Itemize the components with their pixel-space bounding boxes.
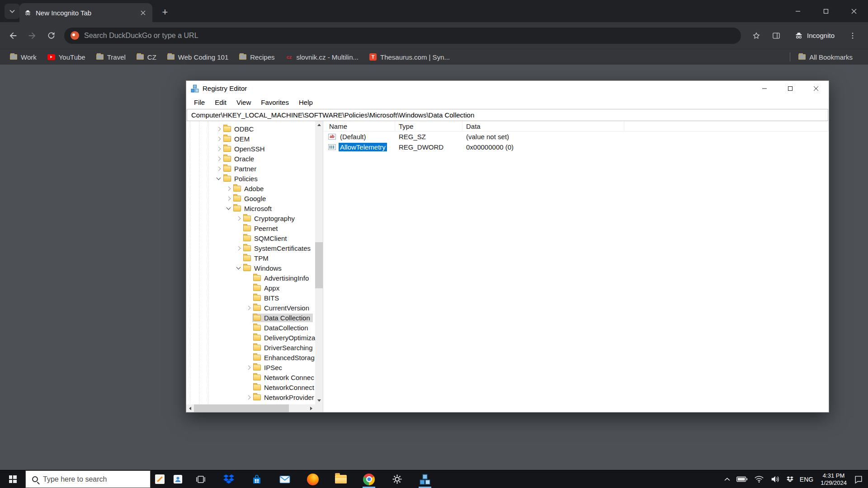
pinned-app-people[interactable] [169,470,187,488]
tree-item-tpm[interactable]: TPM [186,253,315,263]
action-center-button[interactable] [851,470,866,488]
tree-item-networkprovider[interactable]: NetworkProvider [186,392,315,402]
taskbar-app-dropbox[interactable] [215,470,243,488]
regedit-title-bar[interactable]: Registry Editor [186,81,829,96]
tree-item-microsoft[interactable]: Microsoft [186,203,315,213]
browser-close-button[interactable] [840,0,868,22]
horizontal-scroll-thumb[interactable] [194,404,289,412]
url-bar[interactable]: Search DuckDuckGo or type a URL [64,28,741,44]
forward-button[interactable] [23,26,42,45]
chevron-right-icon[interactable] [225,185,232,192]
column-header-name[interactable]: Name [324,121,395,131]
tray-network[interactable] [751,470,767,488]
tree-item-networkconnect[interactable]: NetworkConnect [186,382,315,392]
new-tab-button[interactable]: + [158,5,172,19]
scroll-down-arrow[interactable] [315,397,323,404]
chevron-right-icon[interactable] [245,394,252,401]
start-button[interactable] [0,470,25,488]
tree-horizontal-scrollbar[interactable] [186,404,315,412]
bookmark-star-button[interactable] [747,27,765,45]
tray-volume[interactable] [767,470,783,488]
bookmark-item[interactable]: Work [7,52,39,62]
taskbar-app-file-explorer[interactable] [327,470,355,488]
taskbar-app-regedit[interactable] [411,470,439,488]
tree-item-odbc[interactable]: ODBC [186,124,315,134]
all-bookmarks-button[interactable]: All Bookmarks [796,52,855,62]
tree-item-deliveryoptimiza[interactable]: DeliveryOptimiza [186,333,315,343]
scroll-up-arrow[interactable] [315,121,323,129]
regedit-minimize-button[interactable] [751,81,777,96]
tree-item-openssh[interactable]: OpenSSH [186,144,315,154]
registry-value-allowtelemetry[interactable]: AllowTelemetryREG_DWORD0x00000000 (0) [324,142,829,152]
tree-item-adobe[interactable]: Adobe [186,183,315,193]
taskbar-app-store[interactable] [243,470,271,488]
browser-menu-button[interactable] [844,27,862,45]
tree-item-cryptography[interactable]: Cryptography [186,213,315,223]
tree-item-ipsec[interactable]: IPSec [186,362,315,372]
tree-item-driversearching[interactable]: DriverSearching [186,343,315,352]
bookmark-item[interactable]: czslovnik.cz - Multilin... [283,52,361,62]
tree-item-policies[interactable]: Policies [186,174,315,183]
tree-item-windows[interactable]: Windows [186,263,315,273]
taskbar-app-mail[interactable] [271,470,299,488]
tree-item-bits[interactable]: BITS [186,293,315,303]
registry-address-bar[interactable]: Computer\HKEY_LOCAL_MACHINE\SOFTWARE\Pol… [187,109,828,121]
pinned-app-sticky-notes[interactable] [151,470,169,488]
menu-edit[interactable]: Edit [210,96,231,109]
tree-item-enhancedstorag[interactable]: EnhancedStorag [186,352,315,362]
tray-battery[interactable] [733,470,751,488]
menu-help[interactable]: Help [294,96,318,109]
regedit-close-button[interactable] [803,81,829,96]
tree-item-oem[interactable]: OEM [186,134,315,144]
reload-button[interactable] [42,26,61,45]
chevron-down-icon[interactable] [215,175,222,182]
chevron-right-icon[interactable] [215,145,222,152]
chevron-down-icon[interactable] [225,205,232,212]
chevron-right-icon[interactable] [245,364,252,371]
menu-favorites[interactable]: Favorites [256,96,294,109]
bookmark-item[interactable]: YouTube [45,52,88,62]
tree-item-partner[interactable]: Partner [186,164,315,174]
chevron-right-icon[interactable] [215,125,222,132]
tree-item-google[interactable]: Google [186,193,315,203]
column-header-data[interactable]: Data [462,121,624,131]
bookmark-item[interactable]: TThesaurus.com | Syn... [367,52,453,62]
chevron-right-icon[interactable] [215,165,222,172]
tray-language[interactable]: ENG [797,470,816,488]
scroll-right-arrow[interactable] [307,404,315,412]
tree-item-network-connec[interactable]: Network Connec [186,372,315,382]
task-view-button[interactable] [187,470,215,488]
chevron-right-icon[interactable] [215,135,222,142]
chevron-right-icon[interactable] [215,155,222,162]
vertical-scroll-thumb[interactable] [315,242,323,288]
bookmark-item[interactable]: CZ [134,52,159,62]
side-panel-button[interactable] [767,27,785,45]
tree-item-currentversion[interactable]: CurrentVersion [186,303,315,313]
bookmark-item[interactable]: Recipes [236,52,277,62]
registry-value--default-[interactable]: (Default)REG_SZ(value not set) [324,131,829,142]
taskbar-app-settings[interactable] [383,470,411,488]
tree-item-appx[interactable]: Appx [186,283,315,293]
chevron-right-icon[interactable] [225,195,232,202]
tree-vertical-scrollbar[interactable] [315,121,323,404]
taskbar-app-firefox[interactable] [299,470,327,488]
tree-item-sqmclient[interactable]: SQMClient [186,233,315,243]
column-header-type[interactable]: Type [395,121,462,131]
chevron-right-icon[interactable] [235,215,242,222]
chevron-right-icon[interactable] [245,304,252,311]
bookmark-item[interactable]: Travel [94,52,128,62]
browser-minimize-button[interactable] [784,0,812,22]
chevron-right-icon[interactable] [235,244,242,252]
tree-item-advertisinginfo[interactable]: AdvertisingInfo [186,273,315,283]
tab-close-icon[interactable] [138,8,148,18]
tree-item-peernet[interactable]: Peernet [186,223,315,233]
taskbar-app-chrome[interactable] [355,470,383,488]
browser-tab[interactable]: New Incognito Tab [19,3,152,22]
back-button[interactable] [4,26,23,45]
tray-clock[interactable]: 4:31 PM 1/29/2024 [816,472,851,487]
bookmark-item[interactable]: Web Coding 101 [165,52,231,62]
tree-item-datacollection[interactable]: DataCollection [186,323,315,333]
tab-search-button[interactable] [5,4,20,19]
tree-item-data-collection[interactable]: Data Collection [186,313,315,323]
browser-maximize-button[interactable] [812,0,840,22]
